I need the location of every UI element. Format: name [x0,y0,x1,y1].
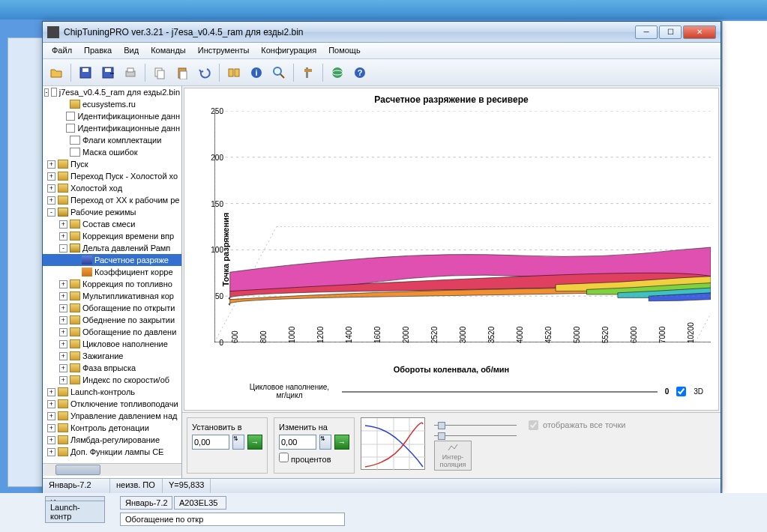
tree-item[interactable]: +Обогащение по давлени [43,326,181,338]
change-input[interactable] [279,435,316,450]
tree-item[interactable]: +Лямбда-регулирование [43,434,181,446]
tree-item[interactable]: Идентификационные данн [43,122,181,134]
x-tick: 800 [259,330,268,343]
expand-icon[interactable]: + [47,196,55,205]
minimize-button[interactable]: ─ [635,25,658,39]
menu-commands[interactable]: Команды [145,43,192,58]
tree-root[interactable]: - j7esa_v0.4.5_ram для езды2.bin [43,86,181,98]
tree-item[interactable]: +Индекс по скорости/об [43,374,181,386]
percent-checkbox[interactable] [279,453,289,462]
tree-item[interactable]: +Зажигание [43,350,181,362]
3d-checkbox[interactable] [676,387,686,396]
tree-item[interactable]: +Launch-контроль [43,386,181,398]
tree-item[interactable]: Расчетное разряже [43,254,181,266]
mini-slider-2[interactable] [434,431,517,435]
expand-icon[interactable]: + [59,376,67,384]
expand-icon[interactable]: + [59,232,67,241]
tree-item[interactable]: ecusystems.ru [43,98,181,110]
tree-item[interactable]: +Переход Пуск - Холостой хо [43,170,181,182]
tree-item[interactable]: +Пуск [43,158,181,170]
tree-item[interactable]: +Коррекция по топливно [43,278,181,290]
menu-tools[interactable]: Инструменты [192,43,256,58]
tree-item[interactable]: -Рабочие режимы [43,206,181,218]
tree-item[interactable]: +Обеднение по закрытии [43,314,181,326]
globe-icon[interactable] [327,62,348,83]
titlebar[interactable]: ChipTuningPRO ver.3.21 - j7esa_v0.4.5_ra… [43,22,721,43]
menu-config[interactable]: Конфигурация [255,43,322,58]
expand-icon[interactable]: + [47,184,55,193]
tree-item[interactable]: +Доп. Функции лампы CE [43,446,181,458]
menu-file[interactable]: Файл [46,43,78,58]
expand-icon[interactable]: + [59,328,67,336]
x-tick: 1200 [316,327,325,343]
tree-item[interactable]: +Коррекция времени впр [43,230,181,242]
undo-icon[interactable] [194,62,215,83]
tree-item[interactable]: Коэффициент корре [43,266,181,278]
show-points-checkbox [529,420,538,430]
save-as-icon[interactable] [97,62,118,83]
paste-icon[interactable] [172,62,193,83]
tree-item[interactable]: +Управление давлением над [43,410,181,422]
help-icon[interactable]: ? [349,62,370,83]
expand-icon[interactable]: + [47,160,55,169]
maximize-button[interactable]: ☐ [659,25,682,39]
expand-icon[interactable]: + [59,316,67,324]
set-input[interactable] [192,435,229,450]
set-label: Установить в [192,423,262,432]
expand-icon[interactable]: + [59,304,67,312]
tree-scroll[interactable]: - j7esa_v0.4.5_ram для езды2.bin ecusyst… [43,86,181,463]
expand-icon[interactable]: + [59,340,67,348]
expand-icon[interactable]: + [47,400,55,408]
expand-icon[interactable]: - [59,244,67,253]
expand-icon[interactable]: + [59,280,67,288]
mini-slider-1[interactable] [434,420,517,425]
expand-icon[interactable]: + [47,424,55,432]
set-apply-button[interactable]: → [247,435,262,450]
expand-icon[interactable]: + [47,448,55,456]
expand-icon[interactable]: + [47,436,55,444]
settings-icon[interactable] [298,62,319,83]
print-icon[interactable] [120,62,141,83]
change-spinner[interactable]: ⇅ [319,435,331,450]
expand-icon[interactable]: + [59,220,67,229]
menu-edit[interactable]: Правка [78,43,118,58]
tree-item[interactable]: +Отключение топливоподачи [43,398,181,410]
tree-label: Флаги комплектации [82,136,161,145]
interpolation-button[interactable]: Интер-поляция [434,441,472,471]
tree-item[interactable]: +Холостой ход [43,182,181,194]
copy-icon[interactable] [149,62,170,83]
folder-icon [70,303,80,312]
set-spinner[interactable]: ⇅ [232,435,244,450]
change-apply-button[interactable]: → [334,435,349,450]
tree-hscrollbar[interactable] [43,463,181,476]
info-icon[interactable]: i [246,62,267,83]
menu-view[interactable]: Вид [118,43,145,58]
tree-item[interactable]: Идентификационные данн [43,110,181,122]
expand-icon[interactable]: - [44,88,49,97]
open-icon[interactable] [46,62,67,83]
close-button[interactable]: ✕ [683,25,716,39]
tree-item[interactable]: Флаги комплектации [43,134,181,146]
tree-item[interactable]: +Переход от ХХ к рабочим ре [43,194,181,206]
tree-item[interactable]: +Обогащение по открыти [43,302,181,314]
tree-item[interactable]: +Контроль детонации [43,422,181,434]
expand-icon[interactable]: + [47,388,55,396]
tree-item[interactable]: Маска ошибок [43,146,181,158]
tree-item[interactable]: +Состав смеси [43,218,181,230]
expand-icon[interactable]: + [59,292,67,300]
z-slider[interactable] [342,384,658,399]
save-icon[interactable] [75,62,96,83]
menu-help[interactable]: Помощь [322,43,367,58]
expand-icon[interactable]: + [59,364,67,372]
expand-icon[interactable]: + [47,412,55,420]
tree-item[interactable]: +Мультипликативная кор [43,290,181,302]
tree-item[interactable]: +Фаза впрыска [43,362,181,374]
expand-icon[interactable]: + [47,172,55,181]
expand-icon[interactable]: - [47,208,55,217]
tree-item[interactable]: +Цикловое наполнение [43,338,181,350]
chart-area[interactable]: Расчетное разряжение в ресивере Точка ра… [184,88,719,411]
compare-icon[interactable] [223,62,244,83]
expand-icon[interactable]: + [59,352,67,360]
tree-item[interactable]: -Дельта давлений Рамп [43,242,181,254]
search-icon[interactable] [268,62,289,83]
